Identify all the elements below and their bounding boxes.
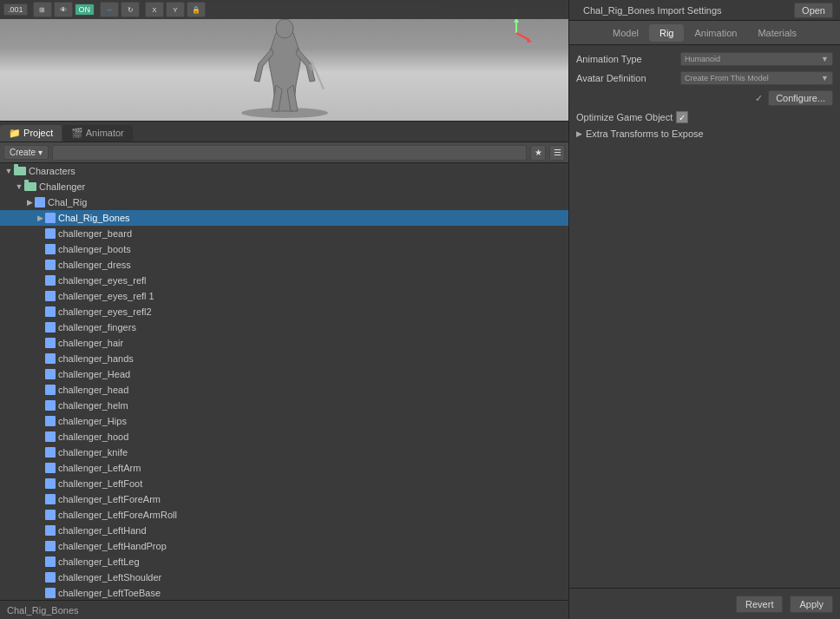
viewport-grid-btn[interactable]: ⊞ — [33, 2, 52, 17]
viewport-x-btn[interactable]: X — [145, 2, 164, 17]
list-item[interactable]: challenger_helm — [0, 398, 568, 413]
list-item[interactable]: challenger_eyes_refl 1 — [0, 288, 568, 304]
list-item[interactable]: challenger_Head — [0, 366, 568, 382]
list-item[interactable]: challenger_knife — [0, 444, 568, 460]
svg-point-1 — [276, 19, 293, 38]
list-item[interactable]: challenger_LeftFoot — [0, 476, 568, 491]
item-label: challenger_LeftForeArm — [58, 494, 161, 504]
mesh-icon — [45, 260, 56, 270]
tab-rig[interactable]: Rig — [649, 24, 685, 42]
viewport-toolbar: .001 ⊞ 👁 ON ↔ ↻ X Y 🔒 — [0, 0, 568, 19]
viewport-on-btn[interactable]: ON — [75, 3, 95, 16]
list-item[interactable]: challenger_boots — [0, 241, 568, 257]
avatar-definition-row: Avatar Definition Create From This Model… — [576, 71, 833, 85]
mesh-icon — [45, 338, 56, 348]
item-label: challenger_hands — [58, 353, 134, 364]
item-label: Characters — [29, 166, 75, 176]
settings-icon[interactable]: ☰ — [549, 145, 565, 161]
tab-model[interactable]: Model — [602, 24, 649, 42]
tab-animator[interactable]: 🎬 Animator — [62, 125, 132, 142]
favorites-icon[interactable]: ★ — [530, 145, 546, 161]
list-item[interactable]: challenger_fingers — [0, 319, 568, 335]
mesh-icon — [45, 291, 56, 301]
revert-button[interactable]: Revert — [736, 596, 783, 613]
item-label: challenger_eyes_refl — [58, 275, 147, 286]
collapse-arrow-icon: ▶ — [576, 129, 582, 138]
avatar-definition-value: Create From This Model — [685, 74, 769, 82]
item-label: challenger_head — [58, 385, 128, 395]
create-button[interactable]: Create ▾ — [3, 145, 49, 160]
bottom-bar: Chal_Rig_Bones — [0, 600, 568, 619]
list-item[interactable]: challenger_LeftToeBase — [0, 585, 568, 600]
list-item[interactable]: challenger_LeftHandProp — [0, 538, 568, 554]
list-item[interactable]: challenger_LeftHand — [0, 523, 568, 538]
list-item[interactable]: challenger_LeftArm — [0, 460, 568, 476]
item-label: challenger_LeftHandProp — [58, 541, 167, 551]
list-item[interactable]: ▶ Chal_Rig_Bones — [0, 210, 568, 226]
list-item[interactable]: challenger_dress — [0, 257, 568, 273]
list-item[interactable]: challenger_LeftForeArm — [0, 491, 568, 507]
viewport-rotate-btn[interactable]: ↻ — [121, 2, 140, 17]
tree-panel[interactable]: ▼ Characters ▼ Challenger ▶ Chal_Rig — [0, 163, 568, 600]
tab-project-icon: 📁 — [9, 128, 23, 138]
open-button[interactable]: Open — [794, 3, 833, 18]
avatar-definition-dropdown[interactable]: Create From This Model ▼ — [680, 71, 833, 85]
mesh-icon — [45, 588, 56, 598]
tab-animator-icon: 🎬 — [71, 128, 85, 138]
checkmark-icon: ✓ — [679, 113, 686, 122]
expand-arrow: ▼ — [3, 166, 14, 176]
viewport-move-btn[interactable]: ↔ — [100, 2, 119, 17]
item-label: challenger_eyes_refl 1 — [58, 291, 154, 301]
viewport-dot001-btn[interactable]: .001 — [3, 3, 28, 16]
item-label: challenger_hair — [58, 338, 123, 348]
tab-project[interactable]: 📁 Project — [0, 125, 62, 142]
list-item[interactable]: ▼ Challenger — [0, 179, 568, 194]
viewport-eye-btn[interactable]: 👁 — [54, 2, 73, 17]
list-item[interactable]: challenger_hair — [0, 335, 568, 351]
optimize-label: Optimize Game Object — [576, 112, 673, 122]
item-label: challenger_LeftToeBase — [58, 588, 161, 598]
mesh-icon — [45, 447, 56, 458]
panel-tabs: 📁 Project 🎬 Animator — [0, 122, 568, 142]
inspector-body: Animation Type Humanoid ▼ Avatar Definit… — [569, 45, 840, 588]
list-item[interactable]: challenger_LeftLeg — [0, 554, 568, 570]
list-item[interactable]: challenger_LeftForeArmRoll — [0, 507, 568, 523]
animation-type-value: Humanoid — [685, 55, 720, 63]
list-item[interactable]: challenger_LeftShoulder — [0, 570, 568, 585]
status-label: Chal_Rig_Bones — [7, 605, 79, 616]
tab-materials[interactable]: Materials — [747, 24, 807, 42]
list-item[interactable]: challenger_head — [0, 382, 568, 398]
main-container: .001 ⊞ 👁 ON ↔ ↻ X Y 🔒 — [0, 0, 840, 619]
list-item[interactable]: challenger_beard — [0, 226, 568, 241]
inspector-panel: Chal_Rig_Bones Import Settings Open Mode… — [568, 0, 840, 619]
configure-button[interactable]: Configure... — [768, 90, 833, 106]
left-panel: .001 ⊞ 👁 ON ↔ ↻ X Y 🔒 — [0, 0, 568, 619]
mesh-icon — [45, 478, 56, 489]
tab-animation[interactable]: Animation — [684, 24, 747, 42]
animation-type-dropdown[interactable]: Humanoid ▼ — [680, 52, 833, 66]
item-label: challenger_helm — [58, 400, 128, 411]
viewport-lock-btn[interactable]: 🔒 — [187, 2, 206, 17]
folder-icon — [24, 182, 36, 191]
extra-transforms-row[interactable]: ▶ Extra Transforms to Expose — [576, 128, 833, 139]
search-input[interactable] — [52, 145, 527, 161]
apply-button[interactable]: Apply — [790, 596, 833, 613]
mesh-icon — [45, 306, 56, 317]
list-item[interactable]: challenger_hands — [0, 351, 568, 366]
list-item[interactable]: ▼ Characters — [0, 163, 568, 179]
viewport-y-btn[interactable]: Y — [166, 2, 185, 17]
list-item[interactable]: challenger_eyes_refl — [0, 273, 568, 288]
item-label: challenger_LeftShoulder — [58, 572, 161, 583]
item-label: challenger_Hips — [58, 416, 127, 426]
item-label: challenger_hood — [58, 431, 128, 442]
mesh-icon — [45, 525, 56, 536]
item-label: challenger_dress — [58, 260, 131, 270]
list-item[interactable]: challenger_Hips — [0, 413, 568, 429]
list-item[interactable]: challenger_eyes_refl2 — [0, 304, 568, 319]
optimize-checkbox[interactable]: ✓ — [676, 111, 688, 123]
transform-gizmo — [499, 16, 534, 50]
list-item[interactable]: challenger_hood — [0, 429, 568, 444]
inspector-header: Chal_Rig_Bones Import Settings Open — [569, 0, 840, 21]
item-label: Chal_Rig — [48, 197, 87, 207]
list-item[interactable]: ▶ Chal_Rig — [0, 194, 568, 210]
